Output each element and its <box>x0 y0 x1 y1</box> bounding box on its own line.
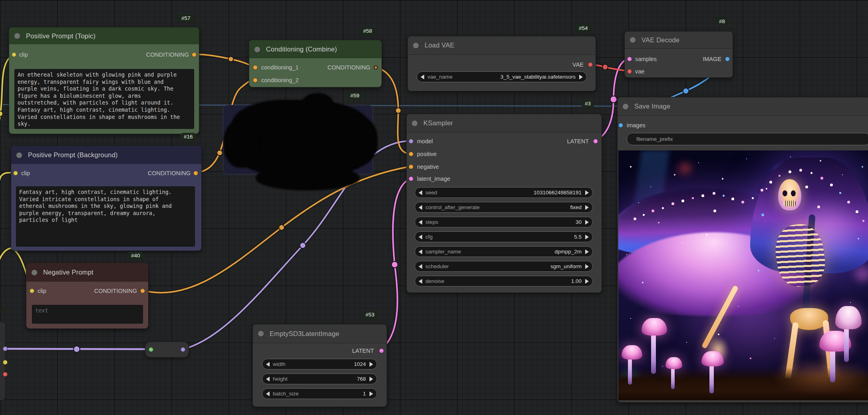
reroute-dot-cond-positive[interactable] <box>395 108 401 113</box>
filename-prefix-widget[interactable]: filename_prefix <box>627 133 868 145</box>
control-after-generate-widget[interactable]: control_after_generate fixed <box>415 202 593 213</box>
collapse-dot-icon[interactable] <box>412 121 417 126</box>
decrement-arrow-icon[interactable] <box>419 235 422 239</box>
clip-input-port[interactable] <box>12 52 16 57</box>
clip-input-port[interactable] <box>13 171 18 176</box>
increment-arrow-icon[interactable] <box>585 190 589 195</box>
decrement-arrow-icon[interactable] <box>419 249 422 254</box>
increment-arrow-icon[interactable] <box>585 235 589 239</box>
decrement-arrow-icon[interactable] <box>421 75 424 79</box>
vae-output-port[interactable] <box>588 62 593 67</box>
seed-widget[interactable]: seed 1031066249858191 <box>415 187 593 198</box>
images-input-port[interactable] <box>618 123 623 128</box>
collapsed-input-port[interactable] <box>149 347 153 352</box>
reroute-dot-model-1[interactable] <box>73 346 80 352</box>
decrement-arrow-icon[interactable] <box>266 377 270 381</box>
node-conditioning-combine[interactable]: Conditioning (Combine) conditioning_1 CO… <box>249 40 382 87</box>
image-output-port[interactable] <box>725 57 730 61</box>
conditioning-output-port[interactable] <box>193 171 198 176</box>
conditioning-output-port[interactable] <box>373 65 378 70</box>
prompt-text-widget[interactable]: An ethereal skeleton with glowing pink a… <box>14 69 194 129</box>
reroute-dot-image[interactable] <box>683 88 689 94</box>
positive-input-port[interactable] <box>409 152 413 156</box>
latent-image-input-port[interactable] <box>409 176 413 181</box>
decrement-arrow-icon[interactable] <box>419 279 422 284</box>
cfg-widget[interactable]: cfg 5.5 <box>415 231 593 242</box>
conditioning-output-port[interactable] <box>192 52 197 57</box>
node-save-image[interactable]: Save Image images filename_prefix <box>617 97 868 403</box>
increment-arrow-icon[interactable] <box>585 264 589 269</box>
decrement-arrow-icon[interactable] <box>419 220 422 225</box>
node-empty-sd3-latent[interactable]: EmptySD3LatentImage LATENT width 1024 he… <box>252 324 387 407</box>
width-widget[interactable]: width 1024 <box>262 359 377 370</box>
node-header[interactable]: KSampler <box>407 114 602 132</box>
node-header[interactable]: EmptySD3LatentImage <box>253 324 387 343</box>
vae-name-widget[interactable]: vae_name 3_5_vae_stabilityai.safetensors <box>417 71 587 82</box>
node-vae-decode[interactable]: VAE Decode samples IMAGE vae <box>624 31 733 78</box>
node-header[interactable]: Positive Prompt (Topic) <box>9 28 199 44</box>
decrement-arrow-icon[interactable] <box>419 190 422 195</box>
collapse-dot-icon[interactable] <box>413 43 419 48</box>
batch-size-widget[interactable]: batch_size 1 <box>262 388 377 399</box>
decrement-arrow-icon[interactable] <box>266 391 270 396</box>
node-graph-canvas[interactable]: #57 #16 #40 #58 #59 #54 #3 #8 #53 Positi… <box>0 0 868 415</box>
node-header[interactable]: Positive Prompt (Background) <box>11 146 201 164</box>
reroute-dot-vae[interactable] <box>602 64 608 70</box>
reroute-dot-cond-background[interactable] <box>217 150 222 156</box>
vae-input-port[interactable] <box>627 69 632 74</box>
height-widget[interactable]: height 768 <box>262 374 377 384</box>
reroute-dot-clip[interactable] <box>0 111 3 117</box>
decrement-arrow-icon[interactable] <box>419 264 422 269</box>
collapse-dot-icon[interactable] <box>254 47 260 52</box>
collapse-dot-icon[interactable] <box>623 104 628 109</box>
node-ksampler[interactable]: KSampler model LATENT positive negative … <box>406 114 602 293</box>
node-load-vae[interactable]: Load VAE VAE vae_name 3_5_vae_stabilitya… <box>407 36 596 91</box>
collapse-dot-icon[interactable] <box>630 37 636 43</box>
steps-widget[interactable]: steps 30 <box>415 217 593 227</box>
node-header[interactable]: Conditioning (Combine) <box>249 40 381 58</box>
prompt-text-widget[interactable]: text <box>32 305 143 324</box>
negative-input-port[interactable] <box>409 164 413 169</box>
reroute-dot-cond-topic[interactable] <box>228 57 234 62</box>
increment-arrow-icon[interactable] <box>585 249 589 254</box>
conditioning-output-port[interactable] <box>140 289 145 293</box>
node-positive-prompt-background[interactable]: Positive Prompt (Background) clip CONDIT… <box>11 146 202 251</box>
collapsed-output-port[interactable] <box>181 347 185 352</box>
collapse-dot-icon[interactable] <box>14 33 20 39</box>
reroute-dot-latent[interactable] <box>391 261 398 268</box>
reroute-dot-model-2[interactable] <box>300 243 306 249</box>
latent-output-port[interactable] <box>379 348 384 353</box>
increment-arrow-icon[interactable] <box>585 205 589 210</box>
node-header[interactable]: Load VAE <box>408 36 596 55</box>
node-header[interactable]: Negative Prompt <box>26 263 148 282</box>
model-input-port[interactable] <box>409 139 413 144</box>
increment-arrow-icon[interactable] <box>369 377 373 381</box>
sampler-name-widget[interactable]: sampler_name dpmpp_2m <box>415 246 593 257</box>
decrement-arrow-icon[interactable] <box>266 362 270 367</box>
latent-output-port[interactable] <box>593 139 598 144</box>
scheduler-widget[interactable]: scheduler sgm_uniform <box>415 261 593 272</box>
node-positive-prompt-topic[interactable]: Positive Prompt (Topic) clip CONDITIONIN… <box>9 27 199 134</box>
reroute-dot-cond-negative[interactable] <box>279 225 284 230</box>
clip-output-port[interactable] <box>3 360 8 365</box>
vae-output-port[interactable] <box>3 372 8 377</box>
prompt-text-widget[interactable]: Fantasy art, high contrast, cinematic li… <box>16 186 195 247</box>
conditioning2-input-port[interactable] <box>253 78 258 83</box>
reroute-dot-samples[interactable] <box>610 96 617 103</box>
decrement-arrow-icon[interactable] <box>419 205 422 210</box>
collapse-dot-icon[interactable] <box>16 152 22 158</box>
increment-arrow-icon[interactable] <box>585 279 589 284</box>
node-header[interactable]: VAE Decode <box>625 32 733 49</box>
collapse-dot-icon[interactable] <box>32 270 37 275</box>
conditioning1-input-port[interactable] <box>253 65 258 70</box>
node-clipped-left[interactable] <box>0 322 6 401</box>
increment-arrow-icon[interactable] <box>585 220 589 225</box>
model-output-port[interactable] <box>3 346 8 351</box>
denoise-widget[interactable]: denoise 1.00 <box>415 276 593 287</box>
clip-input-port[interactable] <box>30 289 34 293</box>
node-negative-prompt[interactable]: Negative Prompt clip CONDITIONING text <box>26 263 149 329</box>
increment-arrow-icon[interactable] <box>579 75 583 79</box>
node-collapsed-reroute[interactable] <box>145 342 189 358</box>
collapse-dot-icon[interactable] <box>258 331 264 336</box>
increment-arrow-icon[interactable] <box>369 362 373 367</box>
